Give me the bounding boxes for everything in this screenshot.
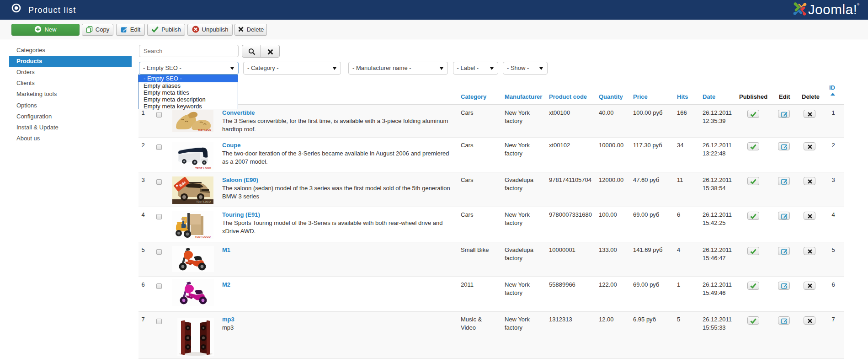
svg-text:TEST LOGO: TEST LOGO (195, 235, 211, 238)
svg-text:TEST LOGO: TEST LOGO (196, 200, 211, 203)
svg-text:Joomla!: Joomla! (808, 2, 857, 17)
svg-text:®: ® (857, 3, 860, 6)
svg-text:TEST LOGO: TEST LOGO (198, 128, 211, 131)
svg-text:TEST LOGO: TEST LOGO (195, 167, 211, 170)
